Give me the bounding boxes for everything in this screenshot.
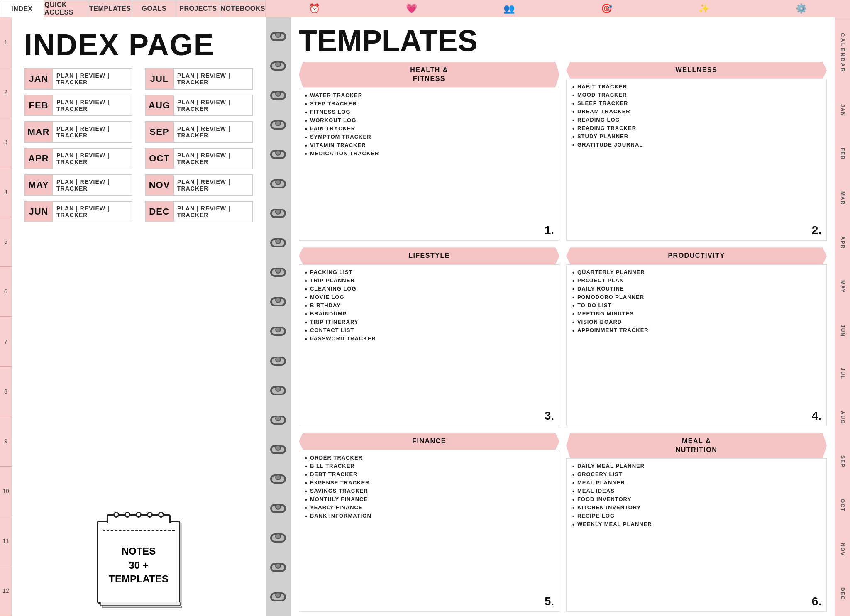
mar-plan[interactable]: PLAN | REVIEW | TRACKER [53, 121, 132, 143]
month-apr[interactable]: APR [24, 148, 53, 169]
list-item[interactable]: DAILY MEAL PLANNER [572, 463, 821, 470]
list-item[interactable]: HABIT TRACKER [572, 83, 821, 90]
cal-jul[interactable]: JUL [840, 366, 845, 381]
apr-plan[interactable]: PLAN | REVIEW | TRACKER [53, 148, 132, 169]
list-item[interactable]: READING TRACKER [572, 125, 821, 132]
list-item[interactable]: DREAM TRACKER [572, 108, 821, 115]
cal-oct[interactable]: OCT [840, 497, 845, 513]
row-7: 7 [0, 317, 12, 367]
sep-plan[interactable]: PLAN | REVIEW | TRACKER [174, 121, 253, 143]
people-icon[interactable]: 👥 [503, 3, 515, 14]
calendar-label[interactable]: CALENDAR [840, 31, 846, 75]
month-mar[interactable]: MAR [24, 121, 53, 143]
list-item[interactable]: CONTACT LIST [305, 327, 553, 334]
list-item[interactable]: APPOINMENT TRACKER [572, 327, 821, 334]
list-item[interactable]: EXPENSE TRACKER [305, 479, 553, 486]
list-item[interactable]: SLEEP TRACKER [572, 100, 821, 107]
dec-plan[interactable]: PLAN | REVIEW | TRACKER [174, 201, 253, 222]
list-item[interactable]: MEDICATION TRACKER [305, 150, 553, 157]
cal-apr[interactable]: APR [840, 235, 845, 251]
list-item[interactable]: FITNESS LOG [305, 109, 553, 116]
list-item[interactable]: GRATITUDE JOURNAL [572, 142, 821, 149]
cal-sep[interactable]: SEP [840, 454, 845, 469]
list-item[interactable]: PACKING LIST [305, 269, 553, 276]
month-jan[interactable]: JAN [24, 68, 53, 90]
list-item[interactable]: PROJECT PLAN [572, 277, 821, 284]
nov-plan[interactable]: PLAN | REVIEW | TRACKER [174, 174, 253, 196]
list-item[interactable]: MEETING MINUTES [572, 310, 821, 318]
oct-plan[interactable]: PLAN | REVIEW | TRACKER [174, 148, 253, 169]
list-item[interactable]: SAVINGS TRACKER [305, 488, 553, 495]
list-item[interactable]: TRIP ITINERARY [305, 319, 553, 326]
list-item[interactable]: TRIP PLANNER [305, 277, 553, 284]
tab-projects[interactable]: PROJECTS [176, 0, 220, 17]
month-jul[interactable]: JUL [145, 68, 174, 90]
tab-goals[interactable]: GOALS [132, 0, 176, 17]
cal-feb[interactable]: FEB [840, 146, 845, 162]
list-item[interactable]: YEARLY FINANCE [305, 504, 553, 511]
list-item[interactable]: WEEKLY MEAL PLANNER [572, 521, 821, 528]
month-oct[interactable]: OCT [145, 148, 174, 169]
cal-mar[interactable]: MAR [840, 190, 845, 207]
list-item[interactable]: FOOD INVENTORY [572, 496, 821, 503]
month-sep[interactable]: SEP [145, 121, 174, 143]
heart-icon[interactable]: 💗 [406, 3, 417, 14]
list-item[interactable]: CLEANING LOG [305, 286, 553, 293]
list-item[interactable]: GROCERY LIST [572, 471, 821, 478]
list-item[interactable]: QUARTERLY PLANNER [572, 269, 821, 276]
list-item[interactable]: MOOD TRACKER [572, 92, 821, 99]
cal-nov[interactable]: NOV [840, 541, 845, 558]
alarm-icon[interactable]: ⏰ [309, 3, 320, 14]
tab-templates[interactable]: TEMPLATES [88, 0, 132, 17]
list-item[interactable]: POMODORO PLANNER [572, 294, 821, 301]
list-item[interactable]: ORDER TRACKER [305, 455, 553, 462]
month-nov[interactable]: NOV [145, 174, 174, 196]
list-item[interactable]: PAIN TRACKER [305, 125, 553, 132]
tab-index[interactable]: INDEX [0, 0, 44, 17]
jan-plan[interactable]: PLAN | REVIEW | TRACKER [53, 68, 132, 90]
list-item[interactable]: MONTHLY FINANCE [305, 496, 553, 503]
month-jun[interactable]: JUN [24, 201, 53, 222]
cal-jan[interactable]: JAN [840, 103, 845, 118]
jul-plan[interactable]: PLAN | REVIEW | TRACKER [174, 68, 253, 90]
feb-plan[interactable]: PLAN | REVIEW | TRACKER [53, 95, 132, 116]
tab-quick-access[interactable]: QUICK ACCESS [44, 0, 88, 17]
list-item[interactable]: MEAL PLANNER [572, 479, 821, 486]
list-item[interactable]: WATER TRACKER [305, 92, 553, 99]
list-item[interactable]: PASSWORD TRACKER [305, 335, 553, 342]
list-item[interactable]: STUDY PLANNER [572, 133, 821, 140]
list-item[interactable]: RECIPE LOG [572, 513, 821, 520]
list-item[interactable]: KITCHEN INVENTORY [572, 504, 821, 511]
gear-icon[interactable]: ⚙️ [796, 3, 807, 14]
cal-may[interactable]: MAY [840, 279, 845, 295]
list-item[interactable]: SYMPTOM TRACKER [305, 134, 553, 141]
notes-notebook[interactable]: NOTES 30 + TEMPLATES [97, 521, 180, 604]
list-item[interactable]: BRAINDUMP [305, 310, 553, 318]
list-item[interactable]: WORKOUT LOG [305, 117, 553, 124]
may-plan[interactable]: PLAN | REVIEW | TRACKER [53, 174, 132, 196]
list-item[interactable]: BILL TRACKER [305, 463, 553, 470]
list-item[interactable]: BANK INFORMATION [305, 513, 553, 520]
list-item[interactable]: DAILY ROUTINE [572, 286, 821, 293]
cal-aug[interactable]: AUG [840, 409, 845, 426]
list-item[interactable]: MOVIE LOG [305, 294, 553, 301]
jun-plan[interactable]: PLAN | REVIEW | TRACKER [53, 201, 132, 222]
month-aug[interactable]: AUG [145, 95, 174, 116]
month-may[interactable]: MAY [24, 174, 53, 196]
cal-dec[interactable]: DEC [840, 586, 845, 602]
list-item[interactable]: BIRTHDAY [305, 302, 553, 309]
list-item[interactable]: DEBT TRACKER [305, 471, 553, 478]
month-dec[interactable]: DEC [145, 201, 174, 222]
list-item[interactable]: READING LOG [572, 117, 821, 124]
list-item[interactable]: VISION BOARD [572, 319, 821, 326]
list-item[interactable]: MEAL IDEAS [572, 488, 821, 495]
tab-notebooks[interactable]: NOTEBOOKS [220, 0, 266, 17]
target-icon[interactable]: 🎯 [601, 3, 612, 14]
sparkle-icon[interactable]: ✨ [698, 3, 709, 14]
month-feb[interactable]: FEB [24, 95, 53, 116]
list-item[interactable]: TO DO LIST [572, 302, 821, 309]
list-item[interactable]: STEP TRACKER [305, 100, 553, 108]
list-item[interactable]: VITAMIN TRACKER [305, 142, 553, 149]
aug-plan[interactable]: PLAN | REVIEW | TRACKER [174, 95, 253, 116]
cal-jun[interactable]: JUN [840, 323, 845, 339]
